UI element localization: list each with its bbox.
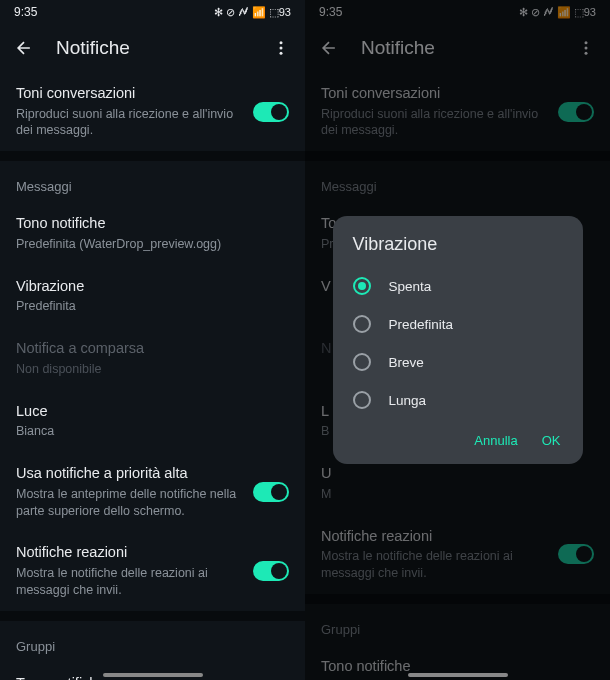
ok-button[interactable]: OK	[542, 433, 561, 448]
popup-title: Notifica a comparsa	[16, 339, 289, 359]
svg-point-1	[280, 47, 283, 50]
light-row[interactable]: Luce Bianca	[0, 390, 305, 452]
radio-icon	[353, 277, 371, 295]
conversation-tones-switch[interactable]	[253, 102, 289, 122]
settings-list: Toni conversazioni Riproduci suoni alla …	[0, 72, 305, 680]
status-time: 9:35	[14, 5, 37, 19]
section-messaggi: Messaggi	[305, 161, 610, 202]
svg-point-0	[280, 41, 283, 44]
high-priority-sub: Mostra le anteprime delle notifiche nell…	[16, 486, 241, 520]
section-gruppi: Gruppi	[305, 604, 610, 645]
more-icon[interactable]	[574, 36, 598, 60]
reaction-notifications-row[interactable]: Notifiche reazioni Mostra le notifiche d…	[0, 531, 305, 610]
radio-icon	[353, 391, 371, 409]
back-icon[interactable]	[12, 36, 36, 60]
svg-point-3	[585, 41, 588, 44]
status-icons: ✻ ⊘ 🗲 📶 ⬚93	[214, 6, 291, 19]
section-messaggi: Messaggi	[0, 161, 305, 202]
vibration-title: Vibrazione	[16, 277, 289, 297]
more-icon[interactable]	[269, 36, 293, 60]
svg-point-2	[280, 52, 283, 55]
reaction-notifications-switch[interactable]	[558, 544, 594, 564]
group-tone-row[interactable]: Tono notifiche Predefinita (WaterDrop_pr…	[0, 662, 305, 680]
light-sub: Bianca	[16, 423, 289, 440]
light-title: Luce	[16, 402, 289, 422]
conversation-tones-title: Toni conversazioni	[16, 84, 241, 104]
reaction-notifications-row[interactable]: Notifiche reazioni Mostra le notifiche d…	[305, 515, 610, 594]
svg-point-4	[585, 47, 588, 50]
nav-pill[interactable]	[103, 673, 203, 677]
dialog-title: Vibrazione	[333, 234, 583, 267]
back-icon[interactable]	[317, 36, 341, 60]
radio-icon	[353, 315, 371, 333]
high-priority-title: Usa notifiche a priorità alta	[16, 464, 241, 484]
phone-left: 9:35 ✻ ⊘ 🗲 📶 ⬚93 Notifiche Toni conversa…	[0, 0, 305, 680]
popup-row: Notifica a comparsa Non disponibile	[0, 327, 305, 389]
radio-option-spenta[interactable]: Spenta	[333, 267, 583, 305]
conversation-tones-row[interactable]: Toni conversazioni Riproduci suoni alla …	[305, 72, 610, 151]
vibration-sub: Predefinita	[16, 298, 289, 315]
reaction-notifications-sub: Mostra le notifiche delle reazioni ai me…	[16, 565, 241, 599]
conversation-tones-sub: Riproduci suoni alla ricezione e all'inv…	[16, 106, 241, 140]
radio-option-lunga[interactable]: Lunga	[333, 381, 583, 419]
conversation-tones-row[interactable]: Toni conversazioni Riproduci suoni alla …	[0, 72, 305, 151]
notification-tone-title: Tono notifiche	[16, 214, 289, 234]
page-title: Notifiche	[361, 37, 554, 59]
phone-right: 9:35 ✻ ⊘ 🗲 📶 ⬚93 Notifiche Toni conversa…	[305, 0, 610, 680]
radio-option-breve[interactable]: Breve	[333, 343, 583, 381]
dialog-actions: Annulla OK	[333, 419, 583, 456]
popup-sub: Non disponibile	[16, 361, 289, 378]
app-bar: Notifiche	[0, 24, 305, 72]
high-priority-switch[interactable]	[253, 482, 289, 502]
high-priority-row[interactable]: Usa notifiche a priorità alta Mostra le …	[0, 452, 305, 531]
reaction-notifications-title: Notifiche reazioni	[16, 543, 241, 563]
radio-option-predefinita[interactable]: Predefinita	[333, 305, 583, 343]
svg-point-5	[585, 52, 588, 55]
status-bar: 9:35 ✻ ⊘ 🗲 📶 ⬚93	[0, 0, 305, 24]
reaction-notifications-switch[interactable]	[253, 561, 289, 581]
vibration-row[interactable]: Vibrazione Predefinita	[0, 265, 305, 327]
notification-tone-row[interactable]: Tono notifiche Predefinita (WaterDrop_pr…	[0, 202, 305, 264]
notification-tone-sub: Predefinita (WaterDrop_preview.ogg)	[16, 236, 289, 253]
conversation-tones-switch[interactable]	[558, 102, 594, 122]
radio-icon	[353, 353, 371, 371]
status-bar: 9:35 ✻ ⊘ 🗲 📶 ⬚93	[305, 0, 610, 24]
vibration-dialog: Vibrazione Spenta Predefinita Breve Lung…	[333, 216, 583, 464]
cancel-button[interactable]: Annulla	[474, 433, 517, 448]
app-bar: Notifiche	[305, 24, 610, 72]
status-time: 9:35	[319, 5, 342, 19]
status-icons: ✻ ⊘ 🗲 📶 ⬚93	[519, 6, 596, 19]
nav-pill[interactable]	[408, 673, 508, 677]
section-gruppi: Gruppi	[0, 621, 305, 662]
page-title: Notifiche	[56, 37, 249, 59]
